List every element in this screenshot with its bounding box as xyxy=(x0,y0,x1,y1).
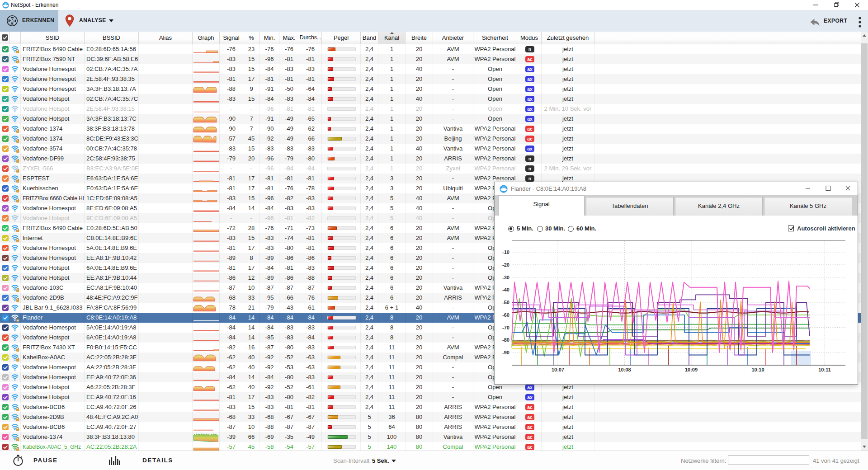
svg-text:-20: -20 xyxy=(502,262,509,268)
svg-text:-90: -90 xyxy=(502,350,509,355)
svg-text:-40: -40 xyxy=(502,287,509,292)
svg-text:-50: -50 xyxy=(502,300,509,305)
svg-text:-10: -10 xyxy=(502,249,509,255)
svg-text:10:11: 10:11 xyxy=(818,367,831,372)
svg-text:10:07: 10:07 xyxy=(552,367,564,372)
svg-text:-30: -30 xyxy=(502,275,509,280)
svg-text:10:08: 10:08 xyxy=(618,367,631,372)
svg-text:-60: -60 xyxy=(502,312,509,318)
svg-text:10:10: 10:10 xyxy=(751,367,764,372)
svg-text:10:09: 10:09 xyxy=(685,367,698,372)
svg-text:-70: -70 xyxy=(502,325,509,330)
svg-text:-80: -80 xyxy=(502,337,509,343)
